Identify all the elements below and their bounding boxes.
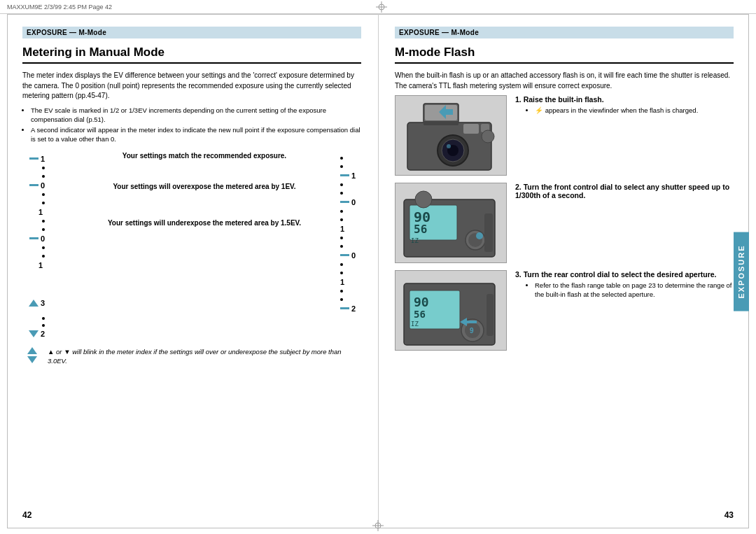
- scale-3: 3: [41, 299, 45, 307]
- right-page-title: M-mode Flash: [395, 45, 734, 64]
- bullet-item-1: The EV scale is marked in 1/2 or 1/3EV i…: [31, 106, 361, 125]
- left-bullet-list: The EV scale is marked in 1/2 or 1/3EV i…: [31, 106, 361, 144]
- svg-text:56: 56: [414, 309, 426, 320]
- svg-text:9: 9: [470, 327, 474, 335]
- meter-label-match: Your settings match the recommended expo…: [53, 151, 356, 161]
- step-2-row: 90 56 IZ 2. Turn the front control dial …: [395, 183, 734, 263]
- camera-image-flash: [395, 95, 507, 176]
- step-1-title: 1. Raise the built-in flash.: [515, 95, 734, 104]
- scale-0-top: 0: [41, 181, 45, 190]
- right-page-number: 43: [724, 510, 734, 520]
- svg-rect-11: [463, 124, 479, 134]
- triangle-down-icon: [27, 356, 37, 363]
- right-scale-1-mid: 1: [340, 225, 344, 233]
- svg-point-24: [415, 191, 432, 208]
- bullet-item-2: A second indicator will appear in the me…: [31, 125, 361, 144]
- bottom-indicator: ▲ or ▼ will blink in the meter index if …: [22, 347, 361, 366]
- left-ev-scale: 1 0 1: [22, 151, 48, 339]
- svg-point-23: [476, 232, 483, 239]
- right-intro-text: When the built-in flash is up or an atta…: [395, 71, 734, 91]
- step-1-bullets: ⚡ appears in the viewfinder when the fla…: [525, 106, 734, 115]
- svg-text:IZ: IZ: [411, 237, 419, 244]
- right-scale-2: 2: [351, 304, 356, 313]
- step-2-title: 2. Turn the front control dial to select…: [515, 183, 734, 199]
- svg-rect-33: [486, 294, 493, 336]
- camera-flash-svg: [397, 98, 505, 174]
- triangle-up-icon: [27, 347, 37, 354]
- meter-label-overexpose: Your settings will overexpose the metere…: [53, 182, 356, 192]
- scale-neg1: 1: [41, 155, 45, 163]
- right-ev-scale: 1 0 1 0 1: [340, 151, 360, 314]
- svg-text:56: 56: [414, 223, 427, 236]
- step-3-bullet-1: Refer to the flash range table on page 2…: [535, 281, 734, 300]
- crosshair-bottom-icon: [372, 520, 384, 531]
- step-3-content: 3. Turn the rear control dial to select …: [515, 270, 734, 300]
- meter-label-underexpose: Your settings will underexpose the meter…: [53, 218, 356, 228]
- right-section-header: EXPOSURE — M-Mode: [395, 27, 734, 38]
- svg-rect-22: [484, 213, 493, 252]
- meter-text-labels: Your settings match the recommended expo…: [48, 151, 361, 339]
- svg-rect-6: [424, 121, 458, 125]
- step-3-bullets: Refer to the flash range table on page 2…: [525, 281, 734, 300]
- page-divider: [378, 14, 379, 528]
- step-3-row: 90 56 IZ 9 3. Turn the rear control dial…: [395, 270, 734, 351]
- left-intro-text: The meter index displays the EV differen…: [22, 71, 361, 101]
- camera-image-aperture: 90 56 IZ 9: [395, 270, 507, 351]
- right-scale-0-top: 0: [351, 198, 356, 206]
- right-page: EXPOSURE — M-Mode M-mode Flash When the …: [379, 14, 749, 528]
- left-section-header: EXPOSURE — M-Mode: [22, 27, 361, 38]
- camera-image-lcd: 90 56 IZ: [395, 183, 507, 263]
- step-3-title: 3. Turn the rear control dial to select …: [515, 270, 734, 279]
- svg-point-13: [482, 130, 494, 143]
- right-scale-1-bottom: 1: [340, 278, 344, 286]
- scale-0-bottom: 0: [41, 234, 45, 243]
- bottom-note-text: ▲ or ▼ will blink in the meter index if …: [48, 347, 361, 366]
- scale-1-bottom: 1: [38, 261, 43, 269]
- right-scale-0-bottom: 0: [351, 251, 356, 260]
- right-scale-1-top: 1: [351, 171, 356, 180]
- step-2-content: 2. Turn the front control dial to select…: [515, 183, 734, 202]
- left-page: EXPOSURE — M-Mode Metering in Manual Mod…: [7, 14, 377, 528]
- svg-text:IZ: IZ: [411, 321, 419, 328]
- exposure-tab: EXPOSURE: [734, 232, 749, 311]
- scale-1-mid: 1: [38, 208, 43, 216]
- left-page-number: 42: [22, 510, 31, 520]
- crosshair-top-icon: [376, 1, 387, 13]
- scale-2: 2: [41, 330, 45, 338]
- header-text: MAXXUM9E 2/3/99 2:45 PM Page 42: [7, 3, 112, 10]
- step-1-row: 1. Raise the built-in flash. ⚡ appears i…: [395, 95, 734, 176]
- svg-point-10: [447, 144, 451, 148]
- svg-text:90: 90: [414, 295, 429, 309]
- left-page-title: Metering in Manual Mode: [22, 45, 361, 64]
- step-1-content: 1. Raise the built-in flash. ⚡ appears i…: [515, 95, 734, 115]
- camera-aperture-svg: 90 56 IZ 9: [397, 273, 505, 349]
- header-bar: MAXXUM9E 2/3/99 2:45 PM Page 42: [0, 0, 756, 14]
- camera-lcd-svg: 90 56 IZ: [397, 185, 505, 261]
- step-1-bullet-1: ⚡ appears in the viewfinder when the fla…: [535, 106, 734, 115]
